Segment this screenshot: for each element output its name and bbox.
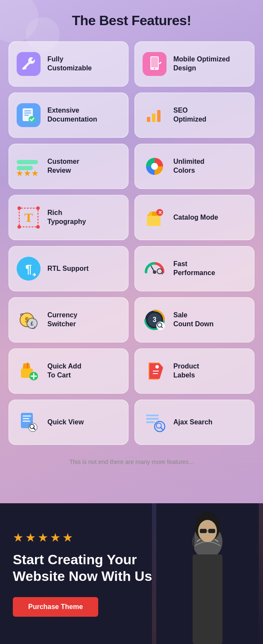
feature-card-quick-view[interactable]: Quick View [9,400,129,445]
extensive-docs-icon [16,102,41,128]
svg-point-54 [155,365,159,368]
svg-rect-75 [200,529,207,533]
svg-point-22 [18,206,21,210]
feature-card-quick-add-cart[interactable]: Quick AddTo Cart [9,348,129,394]
quick-view-icon [16,409,41,435]
rtl-support-icon: ¶ [16,256,41,281]
quick-add-cart-icon [16,358,41,384]
svg-rect-59 [23,418,29,419]
fully-customizable-label: FullyCustomizable [47,55,92,73]
feature-card-fast-performance[interactable]: FastPerformance [134,246,254,291]
svg-rect-64 [146,415,159,416]
feature-card-catalog-mode[interactable]: × Catalog Mode [134,195,254,240]
svg-rect-76 [208,529,215,533]
currency-switcher-icon: $ £ [16,307,41,333]
cta-section: ★ ★ ★ ★ ★ Start Creating YourWebsite Now… [0,503,263,644]
svg-point-24 [18,225,21,229]
catalog-mode-label: Catalog Mode [173,213,218,222]
feature-card-mobile-optimized[interactable]: Mobile OptimizedDesign [134,41,254,87]
feature-card-fully-customizable[interactable]: FullyCustomizable [9,41,129,87]
svg-point-20 [151,163,158,170]
fast-performance-label: FastPerformance [173,260,215,278]
features-section: The Best Features! [0,0,263,503]
customer-review-icon: ★★★ [16,154,41,179]
svg-text:×: × [158,209,162,216]
svg-rect-60 [23,421,30,422]
svg-rect-65 [146,418,159,420]
star-2: ★ [25,531,36,545]
star-1: ★ [13,531,23,545]
svg-point-25 [36,225,40,229]
mobile-optimized-icon [142,51,167,77]
star-4: ★ [50,531,61,545]
sale-countdown-label: SaleCount Down [173,311,213,329]
feature-card-rtl-support[interactable]: ¶ RTL Support [9,246,129,291]
svg-text:★★★: ★★★ [16,168,39,177]
feature-card-seo[interactable]: SEOOptimized [134,93,254,138]
svg-rect-27 [147,216,161,226]
svg-text:¶: ¶ [25,262,32,276]
extensive-docs-label: ExtensiveDocumentation [47,106,97,124]
unlimited-colors-label: UnlimitedColors [173,157,205,175]
svg-rect-58 [23,415,31,417]
svg-rect-66 [146,421,155,423]
svg-rect-14 [152,113,155,122]
quick-view-label: Quick View [47,418,84,427]
unlimited-colors-icon [142,154,167,179]
svg-rect-15 [157,110,161,122]
svg-text:3: 3 [153,316,157,323]
rich-typography-label: RichTypography [47,209,86,226]
svg-line-69 [161,427,163,429]
star-5: ★ [62,531,73,545]
feature-card-product-labels[interactable]: ProductLabels [134,348,254,394]
rtl-support-label: RTL Support [47,264,89,273]
svg-point-5 [154,68,155,70]
cta-headline: Start Creating YourWebsite Now With Us! [13,551,158,584]
currency-switcher-label: CurrencySwitcher [47,311,77,329]
model-image [152,503,263,644]
sale-countdown-icon: 3 [142,307,167,333]
svg-rect-50 [27,363,28,368]
svg-text:£: £ [31,321,34,327]
star-3: ★ [38,531,48,545]
feature-card-rich-typography[interactable]: T RichTypography [9,195,129,240]
feature-card-unlimited-colors[interactable]: UnlimitedColors [134,144,254,189]
feature-card-ajax-search[interactable]: Ajax Search [134,400,254,445]
feature-card-sale-countdown[interactable]: 3 SaleCount Down [134,297,254,342]
fast-performance-icon [142,256,167,281]
seo-icon [142,102,167,128]
feature-card-currency-switcher[interactable]: $ £ CurrencySwitcher [9,297,129,342]
product-labels-icon [142,358,167,384]
features-grid: FullyCustomizable [9,41,254,445]
fully-customizable-icon [16,51,41,77]
svg-rect-13 [147,117,150,122]
purchase-button[interactable]: Purchase Theme [13,597,98,617]
ajax-search-icon [142,409,167,435]
svg-text:T: T [24,210,33,224]
svg-rect-72 [193,554,222,644]
svg-point-1 [24,67,26,70]
footer-note: This is not end there are many more feat… [9,458,254,465]
customer-review-label: CustomerReview [47,157,79,175]
product-labels-label: ProductLabels [173,362,199,380]
svg-point-23 [36,206,40,210]
ajax-search-label: Ajax Search [173,418,213,427]
mobile-optimized-label: Mobile OptimizedDesign [173,55,230,73]
svg-rect-16 [17,160,38,164]
rich-typography-icon: T [16,205,41,230]
feature-card-customer-review[interactable]: ★★★ CustomerReview [9,144,129,189]
svg-rect-4 [151,57,158,67]
quick-add-cart-label: Quick AddTo Cart [47,362,81,380]
seo-label: SEOOptimized [173,106,206,124]
svg-point-34 [153,270,156,274]
catalog-mode-icon: × [142,205,167,230]
feature-card-extensive-docs[interactable]: ExtensiveDocumentation [9,93,129,138]
